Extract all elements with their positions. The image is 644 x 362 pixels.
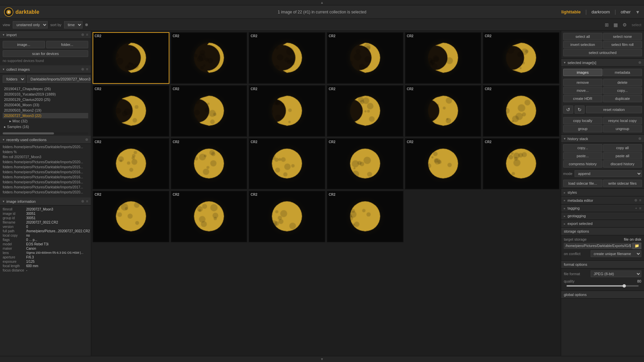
- image-thumb-6[interactable]: CR2: [483, 32, 559, 84]
- settings-icon-btn[interactable]: ⚙: [621, 21, 628, 28]
- recent-item-4[interactable]: folders /home/piero/Pictures/Darktable/I…: [3, 160, 88, 165]
- copy-all-history-btn[interactable]: copy all: [603, 144, 642, 152]
- folder-import-btn[interactable]: folder...: [46, 41, 89, 48]
- selected-images-section-header[interactable]: ▾ selected image[s] ⊕: [561, 58, 644, 67]
- select-untouched-btn[interactable]: select untouched: [563, 49, 642, 56]
- storage-options-section-header[interactable]: storage options: [561, 227, 644, 235]
- copy-locally-btn[interactable]: copy locally: [563, 117, 602, 124]
- image-thumb-22[interactable]: CR2: [327, 191, 404, 242]
- metadata-editor-section-header[interactable]: ▸ metadata editor ⊕ ≡: [561, 196, 644, 204]
- folder-moon3[interactable]: 20200727_Moon3 (22): [3, 113, 88, 118]
- rotate-ccw-btn[interactable]: ↺: [563, 106, 573, 114]
- image-thumb-3[interactable]: CR2: [249, 32, 325, 84]
- mode-select[interactable]: append: [575, 170, 642, 177]
- filmstrip-icon-btn[interactable]: ▦: [612, 21, 619, 28]
- image-thumb-11[interactable]: CR2: [405, 85, 482, 137]
- geotagging-section-header[interactable]: ▸ geotagging: [561, 212, 644, 220]
- remove-btn[interactable]: remove: [563, 79, 602, 86]
- collect-type-select[interactable]: folders: [3, 75, 25, 83]
- create-hdr-btn[interactable]: create HDR: [563, 95, 602, 102]
- image-import-btn[interactable]: image...: [3, 41, 45, 48]
- recent-item-3[interactable]: film roll 20200727_Moon3: [3, 155, 88, 160]
- images-tab-btn[interactable]: images: [563, 69, 602, 76]
- recent-item-9[interactable]: folders /home/piero/Pictures/Darktable/I…: [3, 185, 88, 190]
- invert-selection-btn[interactable]: invert selection: [563, 41, 602, 48]
- ungroup-btn[interactable]: ungroup: [603, 125, 642, 132]
- lighttable-nav-btn[interactable]: lighttable: [558, 8, 583, 16]
- select-none-btn[interactable]: select none: [603, 33, 642, 40]
- image-thumb-15[interactable]: CR2: [249, 138, 325, 190]
- recent-item-10[interactable]: folders /home/piero/Pictures/Darktable/I…: [3, 190, 88, 195]
- folder-yucatan[interactable]: 20200103_Yucatan2019 (1889): [3, 92, 88, 97]
- folder-samples[interactable]: ▸ Samples (16): [3, 124, 88, 130]
- folder-clavius[interactable]: 20200129_Clavius2020 (25): [3, 97, 88, 102]
- image-thumb-19[interactable]: CR2: [93, 191, 169, 242]
- image-thumb-4[interactable]: CR2: [327, 32, 404, 84]
- load-sidecar-btn[interactable]: load sidecar file...: [563, 180, 602, 187]
- delete-btn[interactable]: delete: [603, 79, 642, 86]
- write-sidecar-btn[interactable]: write sidecar files: [603, 180, 642, 187]
- time-select[interactable]: time: [64, 21, 83, 28]
- quality-slider-wrap[interactable]: [564, 285, 641, 289]
- paste-all-history-btn[interactable]: paste all: [603, 152, 642, 160]
- image-thumb-5[interactable]: CR2: [405, 32, 482, 84]
- folder-chapultepec[interactable]: 20190417_Chapultepec (26): [3, 86, 88, 92]
- copy-btn[interactable]: copy...: [603, 87, 642, 94]
- top-arrow-btn[interactable]: ▲: [320, 1, 324, 4]
- darkroom-nav-btn[interactable]: darkroom: [589, 8, 612, 16]
- export-path-browse-btn[interactable]: 📁: [633, 243, 641, 249]
- folder-scrollbar[interactable]: [3, 132, 88, 134]
- move-btn[interactable]: move...: [563, 87, 602, 94]
- top-collapse-bar[interactable]: ▲: [0, 0, 644, 5]
- image-thumb-1[interactable]: CR2: [93, 32, 169, 84]
- folder-misc[interactable]: ▸ Misc (32): [3, 118, 88, 124]
- unstarred-select[interactable]: unstarred only: [13, 21, 48, 28]
- history-stack-section-header[interactable]: ▾ history stack ⊕: [561, 134, 644, 143]
- reset-rotation-btn[interactable]: reset rotation: [586, 106, 642, 113]
- image-thumb-2[interactable]: CR2: [171, 32, 248, 84]
- recent-item-2[interactable]: folders %: [3, 149, 88, 155]
- image-thumb-17[interactable]: CR2: [405, 138, 482, 190]
- nav-chevron-btn[interactable]: ▼: [635, 9, 640, 15]
- image-thumb-9[interactable]: CR2: [249, 85, 325, 137]
- image-thumb-7[interactable]: CR2: [93, 85, 169, 137]
- export-selected-section-header[interactable]: ▸ export selected: [561, 220, 644, 227]
- image-thumb-13[interactable]: CR2: [93, 138, 169, 190]
- import-section-header[interactable]: ▾ import ⊕ ≡: [0, 31, 91, 39]
- image-info-section-header[interactable]: ▾ image information ⊕ ≡: [0, 197, 91, 205]
- image-thumb-21[interactable]: CR2: [249, 191, 325, 242]
- image-thumb-16[interactable]: CR2: [327, 138, 404, 190]
- rotate-cw-btn[interactable]: ↻: [575, 106, 585, 114]
- tagging-section-header[interactable]: ▸ tagging + ≡: [561, 204, 644, 212]
- bottom-collapse-bar[interactable]: ▼: [0, 356, 644, 362]
- styles-section-header[interactable]: ▸ styles: [561, 188, 644, 196]
- recent-section-header[interactable]: ▾ recently used collections ⊕: [0, 136, 91, 144]
- format-options-section-header[interactable]: format options: [561, 260, 644, 268]
- collect-section-header[interactable]: ▾ collect images ⊕ ≡: [0, 65, 91, 73]
- image-thumb-18[interactable]: CR2: [483, 138, 559, 190]
- recent-item-7[interactable]: folders /home/piero/Pictures/Darktable/I…: [3, 175, 88, 180]
- global-options-section-header[interactable]: global options: [561, 291, 644, 299]
- duplicate-btn[interactable]: duplicate: [603, 95, 642, 102]
- export-path-input[interactable]: [564, 243, 633, 249]
- recent-item-8[interactable]: folders /home/piero/Pictures/Darktable/I…: [3, 180, 88, 185]
- group-btn[interactable]: group: [563, 125, 602, 132]
- collect-path-select[interactable]: Darktable/Imports/20200727_Moon3: [27, 75, 91, 83]
- metadata-tab-btn[interactable]: metadata: [603, 69, 642, 76]
- compress-history-btn[interactable]: compress history: [563, 160, 602, 168]
- folder-moon[interactable]: 20200406_Moon (33): [3, 102, 88, 108]
- quality-slider[interactable]: [567, 285, 639, 287]
- grid-icon-btn[interactable]: ⊞: [603, 21, 610, 28]
- image-thumb-20[interactable]: CR2: [171, 191, 248, 242]
- select-all-btn[interactable]: select all: [563, 33, 602, 40]
- scan-devices-btn[interactable]: scan for devices: [3, 50, 88, 57]
- image-thumb-14[interactable]: CR2: [171, 138, 248, 190]
- copy-history-btn[interactable]: copy...: [563, 144, 602, 152]
- image-thumb-12[interactable]: CR2: [483, 85, 559, 137]
- select-film-roll-btn[interactable]: select film roll: [603, 41, 642, 48]
- recent-item-6[interactable]: folders /home/piero/Pictures/Darktable/I…: [3, 170, 88, 175]
- paste-history-btn[interactable]: paste...: [563, 152, 602, 160]
- on-conflict-select[interactable]: create unique filename: [591, 250, 641, 257]
- bottom-arrow-btn[interactable]: ▼: [320, 357, 324, 361]
- recent-item-1[interactable]: folders /home/piero/Pictures/Darktable/I…: [3, 144, 88, 149]
